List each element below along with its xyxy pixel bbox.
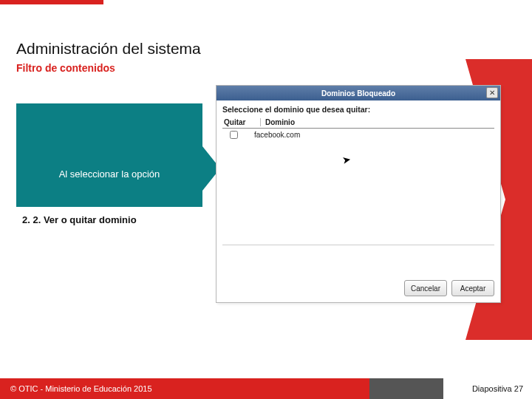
- top-accent-bar: [0, 0, 103, 4]
- footer-page-number: Diapositiva 27: [443, 378, 532, 399]
- footer-divider: [369, 378, 443, 399]
- row-domain-value: facebook.com: [254, 131, 300, 139]
- dialog-title: Dominios Bloqueado: [216, 89, 500, 98]
- close-icon: ✕: [489, 89, 495, 97]
- row-remove-checkbox[interactable]: [230, 131, 238, 139]
- footer-copyright: © OTIC - Ministerio de Educación 2015: [0, 378, 369, 399]
- close-button[interactable]: ✕: [486, 87, 498, 98]
- dialog-titlebar: Dominios Bloqueado ✕: [216, 86, 500, 100]
- page-subtitle: Filtro de contenidos: [16, 62, 115, 74]
- cancel-button[interactable]: Cancelar: [404, 280, 447, 296]
- column-remove: Quitar: [222, 118, 261, 126]
- mouse-cursor-icon: ➤: [341, 153, 352, 166]
- table-header: Quitar Dominio: [222, 117, 494, 129]
- ok-button[interactable]: Aceptar: [451, 280, 494, 296]
- callout-text-2: 2. 2. Ver o quitar dominio: [16, 207, 202, 233]
- page-title: Administración del sistema: [16, 40, 201, 58]
- column-domain: Dominio: [261, 118, 494, 126]
- dialog-instruction: Seleccione el dominio que desea quitar:: [222, 105, 494, 114]
- footer: © OTIC - Ministerio de Educación 2015 Di…: [0, 378, 532, 399]
- blocked-domains-dialog: Dominios Bloqueado ✕ Seleccione el domin…: [216, 85, 501, 303]
- callout-box: Al seleccionar la opción 2. 2. Ver o qui…: [16, 103, 202, 233]
- table-row: facebook.com: [222, 129, 494, 141]
- callout-text-1: Al seleccionar la opción: [16, 168, 202, 180]
- dialog-separator: [222, 245, 494, 245]
